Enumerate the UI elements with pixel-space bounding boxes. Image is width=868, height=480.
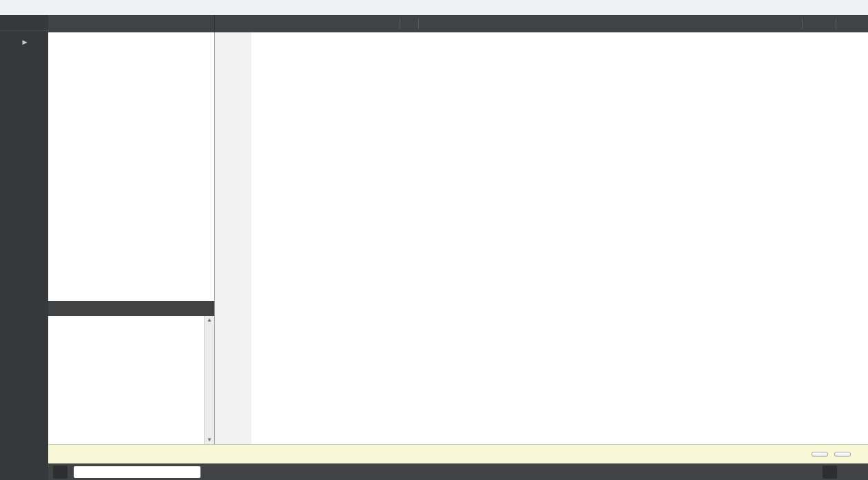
symbol-dropdown-arrows bbox=[613, 17, 800, 31]
show-details-button[interactable] bbox=[812, 452, 828, 457]
projects-panel-header bbox=[48, 15, 215, 32]
symbol-selector[interactable] bbox=[420, 17, 800, 31]
code-editor[interactable] bbox=[215, 32, 868, 444]
menu-bar bbox=[0, 0, 868, 15]
run-qmake-button[interactable] bbox=[834, 452, 851, 457]
editor-toolbar bbox=[215, 15, 868, 32]
close-document-button[interactable] bbox=[402, 17, 417, 31]
code-fold-column[interactable] bbox=[240, 32, 251, 444]
quick-search-input[interactable] bbox=[74, 466, 200, 478]
forward-button[interactable] bbox=[233, 17, 248, 31]
toggle-left-sidebar-button[interactable] bbox=[53, 466, 68, 479]
status-bar bbox=[48, 463, 868, 480]
back-button[interactable] bbox=[218, 17, 233, 31]
toggle-right-sidebar-button[interactable] bbox=[842, 465, 857, 479]
open-documents-header bbox=[48, 301, 214, 316]
top-toolbar-row bbox=[48, 15, 868, 32]
scroll-down-arrow-icon[interactable]: ▼ bbox=[207, 437, 212, 443]
kit-selector-button[interactable]: ▶ bbox=[21, 39, 28, 45]
qt-creator-window: ▶ bbox=[0, 0, 868, 480]
open-documents-scrollbar[interactable]: ▲ ▼ bbox=[204, 316, 214, 444]
line-ending-dropdown-arrows bbox=[814, 17, 829, 31]
code-area[interactable] bbox=[251, 32, 868, 444]
unlock-icon bbox=[248, 17, 263, 31]
expand-output-pane-button[interactable] bbox=[823, 466, 837, 479]
qmake-notification-bar bbox=[48, 444, 868, 463]
mode-selector-sidebar: ▶ bbox=[0, 15, 48, 480]
build-target-section: ▶ bbox=[0, 30, 48, 46]
project-tree bbox=[48, 32, 214, 301]
scroll-up-arrow-icon[interactable]: ▲ bbox=[207, 317, 212, 323]
output-panes-dropdown-arrows[interactable] bbox=[209, 465, 224, 479]
left-panel-column: ▲ ▼ bbox=[48, 32, 215, 444]
split-editor-button[interactable] bbox=[849, 17, 864, 31]
line-ending-selector[interactable] bbox=[804, 17, 834, 31]
line-number-gutter bbox=[215, 32, 240, 444]
open-documents-list: ▲ ▼ bbox=[48, 316, 214, 444]
document-dropdown-arrows[interactable] bbox=[383, 17, 398, 31]
chevron-right-icon: ▶ bbox=[23, 39, 28, 45]
